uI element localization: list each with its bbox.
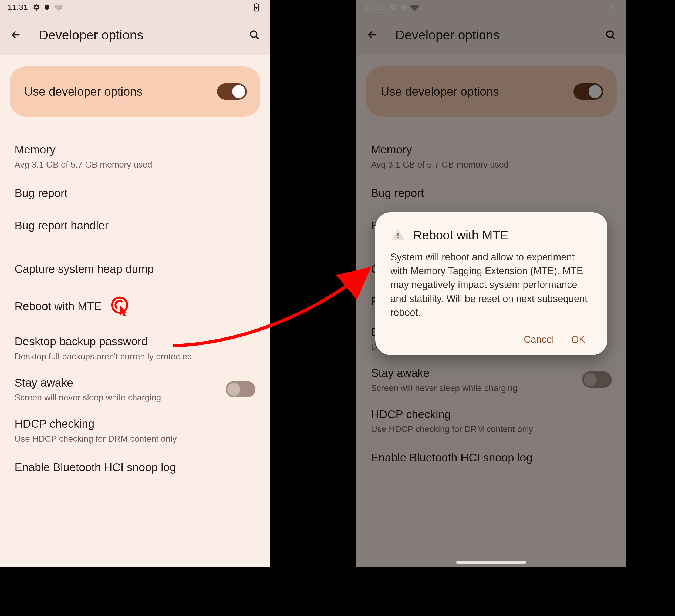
svg-rect-10 <box>397 232 399 236</box>
page-title: Developer options <box>39 27 246 43</box>
stay-awake-switch[interactable] <box>226 381 255 397</box>
wifi-icon: ? <box>54 3 63 11</box>
svg-point-5 <box>114 299 126 311</box>
svg-text:?: ? <box>60 7 62 11</box>
phone-before: 11:31 ? Developer <box>0 0 270 567</box>
row-memory[interactable]: Memory Avg 3.1 GB of 5.7 GB memory used <box>10 136 260 177</box>
gear-icon <box>33 3 40 11</box>
search-button[interactable] <box>246 29 262 41</box>
row-backup-password[interactable]: Desktop backup password Desktop full bac… <box>10 328 260 369</box>
battery-icon <box>254 3 259 12</box>
master-toggle-switch[interactable] <box>217 83 247 100</box>
row-heap-dump[interactable]: Capture system heap dump <box>10 253 260 286</box>
row-stay-awake[interactable]: Stay awake Screen will never sleep while… <box>10 369 260 410</box>
row-hdcp[interactable]: HDCP checking Use HDCP checking for DRM … <box>10 410 260 451</box>
status-bar: 11:31 ? <box>0 0 270 15</box>
nav-handle[interactable] <box>456 561 526 564</box>
row-reboot-mte[interactable]: Reboot with MTE <box>10 285 260 328</box>
dialog-ok-button[interactable]: OK <box>571 334 585 345</box>
dialog-overlay[interactable]: Reboot with MTE System will reboot and a… <box>356 0 626 567</box>
phone-after: 11:31 ? Developer option <box>356 0 626 567</box>
status-time: 11:31 <box>8 3 28 12</box>
svg-point-4 <box>112 297 127 313</box>
svg-rect-11 <box>397 237 399 238</box>
row-bug-report-handler[interactable]: Bug report handler <box>10 209 260 242</box>
tap-cursor-icon <box>109 294 132 318</box>
back-button[interactable] <box>8 29 24 41</box>
dialog-cancel-button[interactable]: Cancel <box>524 334 554 345</box>
row-bug-report[interactable]: Bug report <box>10 177 260 210</box>
master-toggle-label: Use developer options <box>24 85 217 98</box>
row-bthci[interactable]: Enable Bluetooth HCI snoop log <box>10 451 260 484</box>
dialog-body: System will reboot and allow to experime… <box>390 250 592 319</box>
app-bar: Developer options <box>0 15 270 55</box>
svg-rect-2 <box>256 3 257 4</box>
dialog-reboot-mte: Reboot with MTE System will reboot and a… <box>375 212 607 355</box>
dialog-title: Reboot with MTE <box>413 228 508 243</box>
shield-icon <box>44 4 51 11</box>
master-toggle-row[interactable]: Use developer options <box>10 66 260 117</box>
warning-icon <box>390 227 405 243</box>
